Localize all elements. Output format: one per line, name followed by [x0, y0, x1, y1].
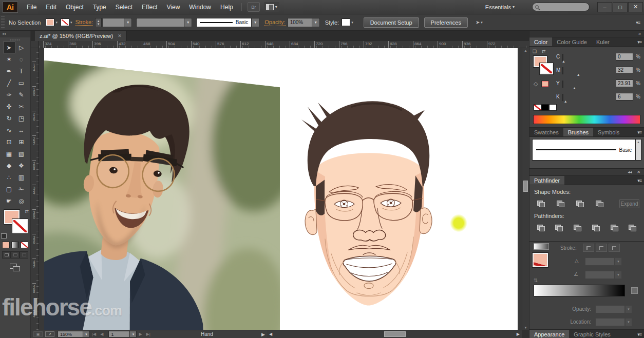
workspace-switcher[interactable]: Essentials ▾	[480, 4, 520, 10]
gradient-angle-field[interactable]	[585, 257, 615, 266]
vector-face-illustration[interactable]	[301, 101, 432, 305]
crop-icon[interactable]	[589, 223, 602, 233]
menu-object[interactable]: Object	[61, 4, 88, 11]
tab-color[interactable]: Color	[529, 37, 552, 46]
panel-menu-icon[interactable]: ▾≡	[637, 37, 644, 46]
scroll-down-icon[interactable]: ▼	[522, 326, 529, 329]
line-segment-tool[interactable]: ╱	[3, 77, 15, 89]
stroke-link[interactable]: Stroke:	[75, 19, 93, 26]
default-fill-stroke-icon[interactable]	[1, 233, 7, 238]
exclude-icon[interactable]	[593, 198, 606, 209]
color-mode-button[interactable]	[2, 242, 10, 248]
unite-icon[interactable]	[534, 198, 547, 209]
stroke-weight-select[interactable]	[103, 18, 124, 27]
zoom-level-select[interactable]: 150%	[58, 331, 83, 337]
tab-appearance[interactable]: Appearance	[529, 330, 569, 338]
merge-icon[interactable]	[571, 223, 584, 233]
artboard-number-field[interactable]: 1	[108, 331, 130, 337]
rectangle-tool[interactable]: ▭	[15, 77, 28, 89]
panel-menu-icon[interactable]: ▾≡	[637, 330, 644, 338]
maximize-button[interactable]: □	[613, 2, 628, 12]
stroke-weight-dropdown-icon[interactable]: ▼	[124, 18, 132, 27]
next-artboard-button[interactable]: ▶	[137, 332, 144, 336]
close-button[interactable]: ✕	[628, 2, 643, 12]
scroll-left-icon[interactable]: ◀	[267, 332, 274, 336]
channel-value-field[interactable]: 32	[616, 66, 633, 74]
tool-palette-grip[interactable]: ▪▪▪▪▪▪	[0, 37, 30, 42]
direct-selection-tool[interactable]: ▷	[15, 42, 28, 53]
blend-tool[interactable]: ❖	[15, 160, 28, 171]
gradient-mode-button[interactable]	[11, 242, 19, 248]
vertical-scroll-thumb[interactable]	[523, 181, 528, 192]
swap-fill-stroke-icon[interactable]: ⇄	[25, 209, 29, 214]
document-tab[interactable]: z.ai* @ 150% (RGB/Preview) ✕	[35, 31, 127, 41]
width-tool[interactable]: ∿	[3, 124, 15, 136]
tab-swatches[interactable]: Swatches	[529, 128, 563, 136]
channel-value-field[interactable]: 6	[616, 93, 633, 101]
white-swatch[interactable]	[549, 104, 557, 111]
trim-icon[interactable]	[553, 223, 566, 233]
pencil-tool[interactable]: ✎	[15, 89, 28, 101]
gradient-tool[interactable]: ▧	[15, 148, 28, 160]
stroke-within-button[interactable]	[583, 244, 594, 252]
none-mode-button[interactable]	[21, 242, 28, 248]
gradient-location-dropdown-icon[interactable]: ▼	[625, 318, 632, 326]
opacity-link[interactable]: Opacity:	[264, 19, 285, 26]
photo-reference-image[interactable]	[44, 48, 318, 330]
tab-close-icon[interactable]: ✕	[118, 33, 122, 38]
style-swatch[interactable]	[342, 18, 350, 26]
select-similar-dropdown-icon[interactable]: ▾	[481, 21, 483, 25]
free-transform-tool[interactable]: ↔	[15, 124, 28, 136]
gradient-thumbnail[interactable]	[534, 243, 549, 250]
horizontal-scroll-thumb[interactable]	[384, 331, 406, 337]
out-of-gamut-cube-icon[interactable]: ◇	[534, 81, 538, 87]
slice-tool[interactable]: ✁	[15, 183, 28, 195]
stroke-color-swatch[interactable]	[61, 18, 69, 26]
column-graph-tool[interactable]: ▥	[15, 171, 28, 183]
brush-list-scrollbar[interactable]: ▲	[636, 139, 641, 161]
slider-marker-icon[interactable]: ▲	[564, 100, 567, 103]
blob-brush-tool[interactable]: ✜	[3, 101, 15, 112]
stroke-across-button[interactable]	[609, 244, 620, 252]
menu-help[interactable]: Help	[216, 4, 238, 11]
gradient-location-field[interactable]	[595, 318, 625, 326]
channel-value-field[interactable]: 23.91	[616, 79, 633, 87]
content-aware-icon[interactable]: ▣	[33, 331, 43, 337]
gradient-fill-proxy[interactable]	[533, 253, 548, 267]
stroke-along-button[interactable]	[596, 244, 607, 252]
symbol-sprayer-tool[interactable]: ∴	[3, 171, 15, 183]
gradient-angle-dropdown-icon[interactable]: ▼	[615, 257, 622, 266]
channel-slider[interactable]	[562, 81, 563, 88]
outline-icon[interactable]	[608, 223, 621, 233]
none-swatch[interactable]	[534, 104, 541, 111]
selection-tool[interactable]: ➤	[3, 42, 15, 53]
brush-item-basic[interactable]: Basic	[532, 139, 636, 161]
opacity-dropdown-icon[interactable]: ▼	[312, 18, 320, 27]
scroll-up-icon[interactable]: ▲	[522, 49, 529, 52]
select-similar-icon[interactable]: ➤	[476, 19, 480, 25]
menu-type[interactable]: Type	[88, 4, 111, 11]
mesh-tool[interactable]: ▦	[3, 148, 15, 160]
draw-behind-button[interactable]	[11, 251, 20, 259]
draw-inside-button[interactable]	[20, 251, 28, 259]
variable-width-profile-select[interactable]	[136, 18, 184, 27]
artboard-dropdown-icon[interactable]: ▼	[130, 331, 137, 337]
minus-front-icon[interactable]	[554, 198, 567, 209]
menu-effect[interactable]: Effect	[137, 4, 162, 11]
tab-graphic-styles[interactable]: Graphic Styles	[569, 330, 615, 338]
color-spectrum-bar[interactable]	[533, 115, 640, 124]
color-stroke-proxy[interactable]	[540, 63, 553, 74]
stroke-proxy-swatch[interactable]	[12, 219, 28, 233]
control-bar-grip[interactable]	[1, 16, 5, 29]
menu-edit[interactable]: Edit	[41, 4, 61, 11]
divide-icon[interactable]	[534, 223, 547, 233]
hand-tool[interactable]: ☛	[3, 195, 15, 207]
pathfinder-menu-icon[interactable]: ▾≡	[637, 176, 644, 185]
intersect-icon[interactable]	[573, 198, 586, 209]
panel-close-icon[interactable]: ✕	[637, 170, 640, 174]
panel-menu-icon[interactable]: ▾≡	[637, 128, 644, 136]
lasso-tool[interactable]: ◌	[15, 53, 28, 65]
menu-select[interactable]: Select	[111, 4, 137, 11]
tab-symbols[interactable]: Symbols	[593, 128, 624, 136]
brush-dropdown-icon[interactable]: ▼	[252, 18, 259, 27]
